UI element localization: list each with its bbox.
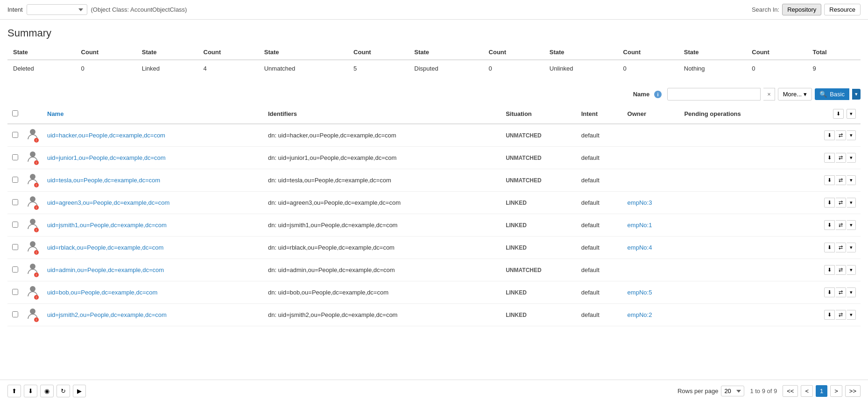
more-filters-label: More... <box>783 91 802 98</box>
row-name-link[interactable]: uid=agreen3,ou=People,dc=example,dc=com <box>47 199 169 206</box>
row-name-link[interactable]: uid=tesla,ou=People,dc=example,dc=com <box>47 177 160 184</box>
row-action-group: ⬇ ⇄ ▾ <box>823 287 856 297</box>
search-in-label: Search In: <box>752 6 779 13</box>
user-icon: ! <box>28 308 38 322</box>
name-search-input[interactable] <box>667 88 761 100</box>
row-actions-caret-button[interactable]: ▾ <box>847 198 856 208</box>
intent-select[interactable] <box>27 4 87 15</box>
select-all-checkbox[interactable] <box>12 110 18 116</box>
summary-col-count1: Count <box>76 45 136 60</box>
row-icon-cell: ! <box>23 124 42 147</box>
row-actions-caret-button[interactable]: ▾ <box>847 243 856 252</box>
row-name-link[interactable]: uid=junior1,ou=People,dc=example,dc=com <box>47 154 166 161</box>
row-download-button[interactable]: ⬇ <box>824 310 835 320</box>
row-download-button[interactable]: ⬇ <box>824 130 835 140</box>
row-checkbox[interactable] <box>12 311 18 317</box>
summary-state2: Linked <box>136 60 198 77</box>
svg-point-8 <box>30 309 35 314</box>
row-name-link[interactable]: uid=hacker,ou=People,dc=example,dc=com <box>47 132 165 139</box>
user-badge-icon: ! <box>34 250 39 255</box>
row-owner-link[interactable]: empNo:3 <box>628 199 652 206</box>
row-download-button[interactable]: ⬇ <box>824 243 835 252</box>
row-actions-caret-button[interactable]: ▾ <box>847 175 856 185</box>
row-name-cell: uid=agreen3,ou=People,dc=example,dc=com <box>42 192 263 214</box>
row-owner-cell: empNo:1 <box>623 214 680 237</box>
row-pending-cell <box>679 237 790 259</box>
situation-badge: UNMATCHED <box>506 177 541 184</box>
basic-search-button[interactable]: 🔍 Basic <box>815 88 849 100</box>
row-name-link[interactable]: uid=admin,ou=People,dc=example,dc=com <box>47 266 164 273</box>
row-actions-cell: ⬇ ⇄ ▾ <box>790 214 861 237</box>
basic-search-caret-button[interactable]: ▾ <box>852 89 861 100</box>
row-owner-link[interactable]: empNo:5 <box>628 289 652 296</box>
row-sync-button[interactable]: ⇄ <box>836 310 846 320</box>
row-owner-cell <box>623 124 680 147</box>
row-checkbox[interactable] <box>12 289 18 295</box>
row-checkbox-cell <box>7 304 23 326</box>
row-owner-link[interactable]: empNo:2 <box>628 311 652 318</box>
row-checkbox[interactable] <box>12 199 18 205</box>
row-actions-caret-button[interactable]: ▾ <box>847 310 856 320</box>
row-icon-cell: ! <box>23 169 42 192</box>
row-actions-caret-button[interactable]: ▾ <box>847 287 856 297</box>
user-badge-icon: ! <box>34 317 39 322</box>
row-download-button[interactable]: ⬇ <box>824 153 835 163</box>
row-checkbox[interactable] <box>12 154 18 160</box>
row-sync-button[interactable]: ⇄ <box>836 175 846 185</box>
row-sync-button[interactable]: ⇄ <box>836 153 846 163</box>
row-download-button[interactable]: ⬇ <box>824 198 835 208</box>
row-sync-button[interactable]: ⇄ <box>836 220 846 230</box>
row-owner-link[interactable]: empNo:4 <box>628 244 652 251</box>
row-owner-link[interactable]: empNo:1 <box>628 222 652 229</box>
row-checkbox[interactable] <box>12 266 18 273</box>
identifiers-header: Identifiers <box>263 104 501 124</box>
user-icon: ! <box>28 151 38 165</box>
row-sync-button[interactable]: ⇄ <box>836 287 846 297</box>
row-checkbox[interactable] <box>12 132 18 138</box>
svg-point-5 <box>30 241 35 247</box>
row-download-button[interactable]: ⬇ <box>824 220 835 230</box>
summary-col-state1: State <box>7 45 76 60</box>
row-actions-caret-button[interactable]: ▾ <box>847 265 856 275</box>
row-checkbox[interactable] <box>12 244 18 250</box>
name-info-icon[interactable]: i <box>654 91 662 98</box>
more-filters-button[interactable]: More... ▾ <box>778 88 812 100</box>
row-name-link[interactable]: uid=jsmith2,ou=People,dc=example,dc=com <box>47 311 167 318</box>
download-all-button[interactable]: ⬇ <box>833 109 844 119</box>
table-row: ! uid=bob,ou=People,dc=example,dc=comdn:… <box>7 281 861 304</box>
svg-point-2 <box>30 174 35 179</box>
row-icon-cell: ! <box>23 147 42 169</box>
summary-section: Summary State Count State Count State Co… <box>0 20 868 77</box>
row-intent-cell: default <box>577 237 623 259</box>
data-table: Name Identifiers Situation Intent Owner … <box>7 104 861 326</box>
row-sync-button[interactable]: ⇄ <box>836 130 846 140</box>
row-download-button[interactable]: ⬇ <box>824 287 835 297</box>
row-download-button[interactable]: ⬇ <box>824 175 835 185</box>
situation-badge: LINKED <box>506 200 527 206</box>
clear-search-button[interactable]: × <box>763 88 775 100</box>
row-sync-button[interactable]: ⇄ <box>836 198 846 208</box>
name-header[interactable]: Name <box>42 104 263 124</box>
row-download-button[interactable]: ⬇ <box>824 265 835 275</box>
row-checkbox[interactable] <box>12 177 18 183</box>
row-action-group: ⬇ ⇄ ▾ <box>823 130 856 140</box>
row-actions-caret-button[interactable]: ▾ <box>847 153 856 163</box>
row-pending-cell <box>679 192 790 214</box>
actions-header: ⬇ ▾ <box>790 104 861 124</box>
row-actions-caret-button[interactable]: ▾ <box>847 220 856 230</box>
table-row: ! uid=jsmith2,ou=People,dc=example,dc=co… <box>7 304 861 326</box>
repository-button[interactable]: Repository <box>782 4 821 15</box>
search-icon: 🔍 <box>819 91 827 98</box>
row-name-link[interactable]: uid=bob,ou=People,dc=example,dc=com <box>47 289 157 296</box>
row-name-link[interactable]: uid=rblack,ou=People,dc=example,dc=com <box>47 244 163 251</box>
actions-caret-button[interactable]: ▾ <box>847 109 856 119</box>
row-actions-caret-button[interactable]: ▾ <box>847 130 856 140</box>
row-sync-button[interactable]: ⇄ <box>836 243 846 252</box>
row-checkbox[interactable] <box>12 222 18 228</box>
row-owner-cell: empNo:4 <box>623 237 680 259</box>
row-sync-button[interactable]: ⇄ <box>836 265 846 275</box>
row-checkbox-cell <box>7 147 23 169</box>
row-name-link[interactable]: uid=jsmith1,ou=People,dc=example,dc=com <box>47 222 167 229</box>
resource-button[interactable]: Resource <box>824 4 861 15</box>
row-situation-cell: LINKED <box>501 304 577 326</box>
